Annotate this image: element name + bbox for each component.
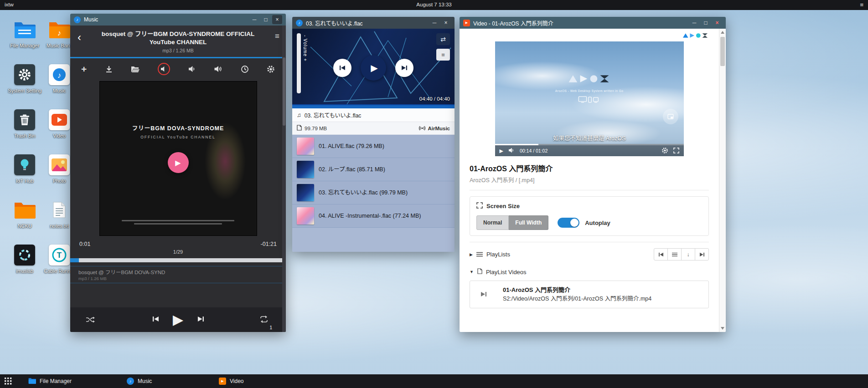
download-icon[interactable] bbox=[105, 65, 113, 73]
video-window-icon: ▶ bbox=[463, 20, 470, 26]
taskbar-item-music[interactable]: ♪ Music bbox=[127, 374, 152, 388]
collapse-arrow-icon[interactable]: ▶ bbox=[470, 252, 473, 257]
expand-arrow-icon[interactable]: ▼ bbox=[470, 270, 474, 274]
window-airmusic: ♪ 03. 忘れてもいいよ.flac ─ × - Volume + ⇄ ≡ ▶ … bbox=[292, 17, 455, 252]
add-icon[interactable]: + bbox=[81, 64, 87, 74]
album-art-thumbnail[interactable]: フリーBGM DOVA-SYNDROME OFFICIAL YouTube CH… bbox=[100, 82, 257, 235]
history-icon[interactable] bbox=[241, 65, 249, 73]
scrollbar-down-arrow[interactable] bbox=[721, 327, 724, 330]
video-close-button[interactable]: × bbox=[712, 18, 722, 27]
speaker-low-icon[interactable] bbox=[188, 66, 196, 72]
track-row[interactable]: 03. 忘れてもいいよ.flac (99.79 MB) bbox=[292, 181, 455, 204]
full-width-button[interactable]: Full Width bbox=[509, 215, 548, 230]
track-title: 02. ループ.flac (85.71 MB) bbox=[319, 166, 385, 174]
thumbnail-caption-lines bbox=[100, 220, 257, 225]
desktop-icon-file-manager[interactable]: File Manager bbox=[8, 18, 41, 63]
desktop-icon-iot-hub[interactable]: IoT Hub bbox=[8, 153, 41, 199]
airmusic-close-button[interactable]: × bbox=[441, 18, 451, 27]
music-close-button[interactable]: × bbox=[272, 15, 282, 24]
back-icon[interactable]: ‹ bbox=[78, 31, 81, 44]
video-volume-icon[interactable] bbox=[508, 148, 515, 154]
now-playing-meta: mp3 / 1.26 MB bbox=[78, 276, 278, 281]
music-menu-icon[interactable]: ≡ bbox=[275, 32, 279, 41]
desktop-icon-imuslab[interactable]: imuslab bbox=[8, 244, 41, 289]
skip-start-button[interactable] bbox=[654, 248, 668, 260]
video-scrollbar[interactable] bbox=[719, 29, 726, 332]
video-seek-bar[interactable] bbox=[495, 144, 684, 145]
desktop-icon-system-setting[interactable]: System Setting bbox=[8, 63, 41, 108]
music-titlebar[interactable]: ♪ Music ─ □ × bbox=[70, 14, 286, 26]
now-playing-title: bosquet @ フリーBGM DOVA-SYND bbox=[78, 268, 278, 276]
music-note-icon: ♫ bbox=[297, 112, 301, 118]
file-icon bbox=[297, 125, 302, 132]
desktop-icon-trash-bin[interactable]: Trash Bin bbox=[8, 108, 41, 153]
airmusic-titlebar[interactable]: ♪ 03. 忘れてもいいよ.flac ─ × bbox=[292, 17, 455, 29]
desktop-icon-label: NCKU bbox=[17, 223, 31, 230]
music-minimize-button[interactable]: ─ bbox=[249, 15, 259, 24]
muted-speaker-icon[interactable] bbox=[158, 63, 170, 75]
track-row[interactable]: 01. ALIVE.flac (79.26 MB) bbox=[292, 135, 455, 158]
window-music: ♪ Music ─ □ × ‹ bosquet @ フリーBGM DOVA-SY… bbox=[70, 14, 286, 332]
playlist-videos-section-header[interactable]: ▼ PlayList Videos bbox=[470, 268, 709, 276]
shuffle-icon[interactable] bbox=[86, 316, 95, 325]
playlist-menu-button[interactable] bbox=[667, 248, 682, 260]
screen-size-card: Screen Size Normal Full Width Autoplay bbox=[470, 196, 709, 236]
playlist-video-item[interactable]: 01-ArozOS 入門系列簡介 S2:/Video/ArozOS 入門系列/0… bbox=[470, 281, 709, 308]
scrollbar-up-arrow[interactable] bbox=[721, 31, 724, 34]
desktop-icon-label: IoT Hub bbox=[16, 178, 34, 184]
video-title: 01-ArozOS 入門系列簡介 bbox=[470, 163, 709, 174]
playlist-list-icon bbox=[476, 250, 483, 259]
topbar-menu-icon[interactable]: ≡ bbox=[860, 1, 863, 8]
airmusic-seek-bar[interactable] bbox=[292, 104, 455, 108]
settings-gear-icon[interactable] bbox=[267, 65, 275, 73]
video-titlebar[interactable]: ▶ Video - 01-ArozOS 入門系列簡介 ─ □ × bbox=[460, 17, 726, 29]
download-video-button[interactable]: ↓ bbox=[681, 248, 695, 260]
now-playing-row[interactable]: bosquet @ フリーBGM DOVA-SYND mp3 / 1.26 MB bbox=[70, 266, 286, 283]
play-icon[interactable]: ▶ bbox=[173, 313, 183, 327]
music-header: ‹ bosquet @ フリーBGM DOVA-SYNDROME OFFICIA… bbox=[70, 26, 286, 58]
next-track-button[interactable] bbox=[395, 59, 413, 77]
taskbar-item-file-manager[interactable]: File Manager bbox=[28, 374, 72, 388]
video-window-body: ArozOS - Web Desktop System written in G… bbox=[460, 29, 726, 332]
autoplay-toggle[interactable] bbox=[558, 218, 579, 228]
now-playing-bar: ♫ 03. 忘れてもいいよ.flac bbox=[292, 108, 455, 122]
desktop-icon-ncku[interactable]: NCKU bbox=[8, 199, 41, 244]
video-maximize-button[interactable]: □ bbox=[701, 18, 711, 27]
fullscreen-icon[interactable] bbox=[673, 148, 679, 154]
pip-ghost-button[interactable] bbox=[663, 109, 678, 124]
video-minimize-button[interactable]: ─ bbox=[689, 18, 699, 27]
previous-track-button[interactable] bbox=[333, 59, 351, 77]
thumbnail-play-icon[interactable]: ▶ bbox=[168, 152, 189, 173]
open-folder-icon[interactable] bbox=[131, 66, 140, 73]
normal-size-button[interactable]: Normal bbox=[476, 215, 509, 230]
track-row[interactable]: 02. ループ.flac (85.71 MB) bbox=[292, 158, 455, 181]
window-video: ▶ Video - 01-ArozOS 入門系列簡介 ─ □ × ArozOS … bbox=[460, 17, 726, 332]
airmusic-minimize-button[interactable]: ─ bbox=[429, 18, 439, 27]
video-player[interactable]: ArozOS - Web Desktop System written in G… bbox=[495, 41, 684, 156]
music-window-title: Music bbox=[84, 16, 98, 23]
music-seek-bar[interactable] bbox=[70, 258, 286, 262]
previous-track-icon[interactable] bbox=[152, 316, 159, 324]
track-row[interactable]: 04. ALIVE -Instrumental-.flac (77.24 MB) bbox=[292, 204, 455, 228]
music-maximize-button[interactable]: □ bbox=[261, 15, 271, 24]
playlists-section-header[interactable]: ▶ PlayLists ↓ bbox=[470, 248, 709, 260]
app-grid-icon[interactable] bbox=[5, 378, 12, 387]
next-track-icon[interactable] bbox=[197, 316, 204, 324]
brand-line: ArozOS - Web Desktop System written in G… bbox=[555, 89, 624, 92]
airmusic-window-title: 03. 忘れてもいいよ.flac bbox=[306, 19, 363, 27]
video-settings-icon[interactable] bbox=[661, 147, 668, 155]
repeat-icon[interactable] bbox=[259, 316, 269, 325]
item-path: S2:/Video/ArozOS 入門系列/01-ArozOS 入門系列簡介.m… bbox=[503, 295, 651, 303]
play-button[interactable]: ▶ bbox=[361, 55, 386, 81]
video-play-icon[interactable]: ▶ bbox=[500, 148, 503, 153]
video-play-icon: ▶ bbox=[219, 378, 226, 385]
music-scrollbar-thumb[interactable] bbox=[283, 57, 285, 126]
taskbar-item-video[interactable]: ▶ Video bbox=[219, 374, 243, 388]
airmusic-transport-controls: ▶ bbox=[292, 55, 455, 81]
music-scrollbar[interactable] bbox=[282, 26, 286, 332]
video-scrollbar-thumb[interactable] bbox=[720, 37, 725, 66]
video-play-icon bbox=[49, 109, 70, 130]
skip-end-button[interactable] bbox=[695, 248, 709, 260]
speaker-high-icon[interactable] bbox=[214, 66, 222, 72]
repeat-mode-icon[interactable]: ⇄ bbox=[436, 33, 450, 45]
